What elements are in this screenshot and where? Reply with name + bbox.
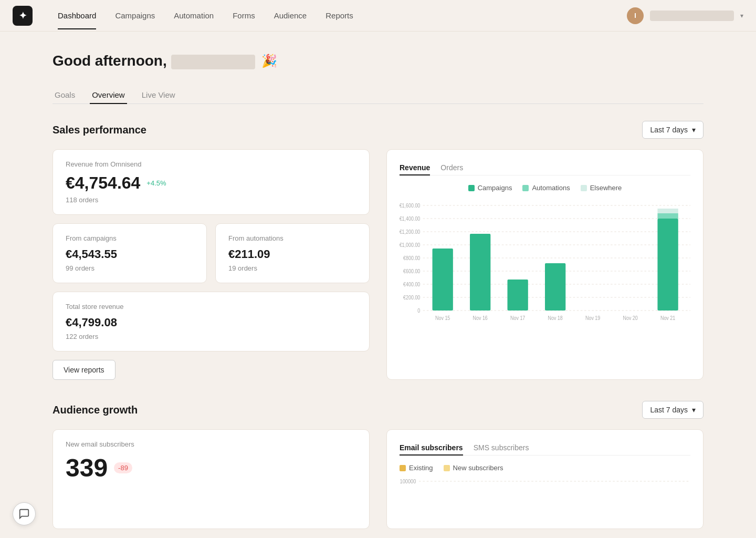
nav-reports[interactable]: Reports	[317, 7, 362, 24]
audience-legend: Existing New subscribers	[400, 464, 690, 472]
subscriber-number: 339	[66, 453, 108, 482]
svg-text:€1,200.00: €1,200.00	[400, 229, 420, 235]
tab-live-view[interactable]: Live View	[140, 86, 177, 104]
audience-tab-email[interactable]: Email subscribers	[400, 440, 463, 455]
sales-title: Sales performance	[52, 124, 146, 136]
chart-legend: Campaigns Automations Elsewhere	[400, 184, 690, 192]
svg-text:€800.00: €800.00	[403, 255, 420, 262]
bar-nov16	[470, 234, 490, 311]
from-campaigns-orders: 99 orders	[66, 264, 194, 272]
avatar[interactable]: I	[627, 7, 644, 24]
chart-tab-orders[interactable]: Orders	[440, 160, 463, 175]
bar-nov21-automations	[657, 213, 678, 219]
chevron-down-icon: ▾	[692, 126, 696, 134]
legend-elsewhere: Elsewhere	[581, 184, 622, 192]
bar-nov15	[433, 249, 453, 311]
view-reports-button[interactable]: View reports	[52, 360, 116, 380]
legend-campaigns: Campaigns	[468, 184, 512, 192]
svg-text:€400.00: €400.00	[403, 282, 420, 288]
from-automations-value: €211.09	[228, 247, 356, 261]
bar-nov21-campaigns	[657, 219, 678, 311]
logo[interactable]: ✦	[13, 6, 33, 26]
total-store-revenue-value: €4,799.08	[66, 316, 356, 329]
svg-text:Nov 19: Nov 19	[585, 315, 600, 322]
audience-period-label: Last 7 days	[650, 406, 688, 414]
nav-chevron-icon[interactable]: ▾	[740, 12, 743, 19]
logo-icon: ✦	[19, 10, 27, 22]
subscriber-change: -89	[114, 462, 132, 473]
total-store-revenue-orders: 122 orders	[66, 333, 356, 340]
greeting-prefix: Good afternoon,	[52, 53, 167, 69]
audience-tab-sms[interactable]: SMS subscribers	[474, 440, 529, 455]
nav-dashboard[interactable]: Dashboard	[49, 7, 104, 24]
from-automations-orders: 19 orders	[228, 264, 356, 272]
legend-elsewhere-label: Elsewhere	[590, 184, 622, 192]
svg-text:Nov 15: Nov 15	[435, 315, 450, 322]
legend-new-subscribers: New subscribers	[444, 464, 503, 472]
tab-overview[interactable]: Overview	[90, 86, 127, 104]
bar-nov21-elsewhere	[657, 209, 678, 213]
from-campaigns-label: From campaigns	[66, 234, 194, 242]
bar-nov17	[508, 280, 528, 311]
greeting-name	[171, 55, 255, 69]
nav-automation[interactable]: Automation	[165, 7, 222, 24]
from-campaigns-card: From campaigns €4,543.55 99 orders	[52, 223, 207, 283]
sales-cards: Revenue from Omnisend €4,754.64 +4.5% 11…	[52, 149, 370, 380]
tab-goals[interactable]: Goals	[52, 86, 77, 104]
navbar: ✦ Dashboard Campaigns Automation Forms A…	[0, 0, 756, 32]
sales-chart: Revenue Orders Campaigns Automations Els…	[386, 149, 704, 380]
svg-text:€200.00: €200.00	[403, 295, 420, 301]
audience-period-dropdown[interactable]: Last 7 days ▾	[642, 401, 704, 419]
audience-title: Audience growth	[52, 404, 138, 416]
audience-chart-area: 100000	[400, 476, 690, 518]
nav-audience[interactable]: Audience	[266, 7, 316, 24]
revenue-omnisend-amount: €4,754.64	[66, 173, 140, 193]
svg-text:€600.00: €600.00	[403, 268, 420, 275]
audience-grid: New email subscribers 339 -89 Email subs…	[52, 429, 704, 529]
audience-subscribers-card: New email subscribers 339 -89	[52, 429, 370, 529]
svg-text:Nov 18: Nov 18	[548, 315, 563, 322]
sales-grid: Revenue from Omnisend €4,754.64 +4.5% 11…	[52, 149, 704, 380]
revenue-omnisend-card: Revenue from Omnisend €4,754.64 +4.5% 11…	[52, 149, 370, 215]
legend-existing-label: Existing	[409, 464, 433, 472]
total-store-revenue-label: Total store revenue	[66, 303, 356, 311]
svg-text:Nov 16: Nov 16	[473, 315, 488, 322]
legend-automations: Automations	[522, 184, 570, 192]
legend-existing: Existing	[400, 464, 433, 472]
audience-subscriber-count: 339 -89	[66, 453, 356, 482]
legend-new-subscribers-label: New subscribers	[453, 464, 503, 472]
revenue-omnisend-value: €4,754.64 +4.5%	[66, 173, 356, 193]
audience-subscribers-label: New email subscribers	[66, 440, 356, 448]
svg-text:Nov 17: Nov 17	[510, 315, 525, 322]
revenue-omnisend-orders: 118 orders	[66, 196, 356, 204]
svg-text:€1,400.00: €1,400.00	[400, 216, 420, 222]
svg-text:Nov 21: Nov 21	[660, 315, 675, 322]
audience-section: Audience growth Last 7 days ▾ New email …	[52, 401, 704, 529]
audience-chart: Email subscribers SMS subscribers Existi…	[386, 429, 704, 529]
nav-campaigns[interactable]: Campaigns	[107, 7, 163, 24]
total-store-revenue-card: Total store revenue €4,799.08 122 orders	[52, 292, 370, 351]
audience-section-header: Audience growth Last 7 days ▾	[52, 401, 704, 419]
from-automations-label: From automations	[228, 234, 356, 242]
svg-text:0: 0	[417, 308, 420, 314]
svg-text:€1,000.00: €1,000.00	[400, 242, 420, 249]
audience-chart-svg: 100000	[400, 476, 690, 518]
revenue-omnisend-label: Revenue from Omnisend	[66, 160, 356, 168]
main-content: Good afternoon, 🎉 Goals Overview Live Vi…	[0, 32, 756, 538]
chart-tab-revenue[interactable]: Revenue	[400, 160, 430, 175]
nav-links: Dashboard Campaigns Automation Forms Aud…	[49, 7, 627, 24]
sales-section-header: Sales performance Last 7 days ▾	[52, 121, 704, 139]
chart-svg: €1,600.00 €1,400.00 €1,200.00 €1,000.00 …	[400, 200, 690, 347]
chat-bubble[interactable]	[13, 502, 36, 525]
legend-existing-dot	[400, 465, 406, 471]
greeting-text: Good afternoon,	[52, 53, 255, 69]
legend-new-subscribers-dot	[444, 465, 450, 471]
sales-period-label: Last 7 days	[650, 126, 688, 134]
sales-period-dropdown[interactable]: Last 7 days ▾	[642, 121, 704, 139]
nav-forms[interactable]: Forms	[224, 7, 264, 24]
campaign-automation-row: From campaigns €4,543.55 99 orders From …	[52, 223, 370, 283]
svg-text:€1,600.00: €1,600.00	[400, 203, 420, 209]
revenue-omnisend-change: +4.5%	[146, 179, 166, 187]
legend-elsewhere-dot	[581, 185, 587, 191]
nav-name-bar	[650, 11, 734, 21]
